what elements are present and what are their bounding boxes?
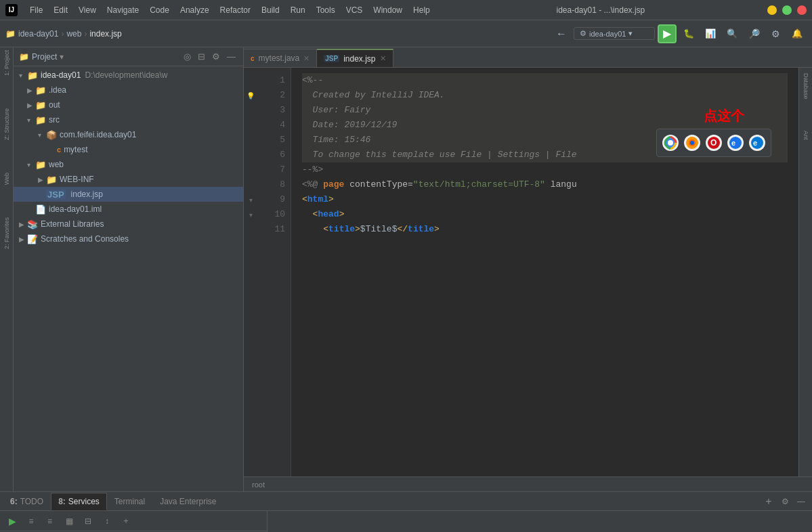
align-left-button[interactable]: ≡ <box>23 513 39 529</box>
code-line-1: <%-- <box>302 73 788 88</box>
breadcrumb-project[interactable]: 📁 <box>5 29 16 39</box>
file-tree: ▾ 📁 idea-day01 D:\development\idea\w ▶ 📁… <box>14 66 243 491</box>
close-button[interactable]: ✕ <box>797 5 807 15</box>
group-button[interactable]: ▦ <box>61 513 77 529</box>
add-config-button[interactable]: + <box>118 513 134 529</box>
left-strip-project[interactable]: 1: Project <box>2 47 12 79</box>
edge-icon[interactable]: e <box>749 135 765 151</box>
toolbar: 📁 idea-day01 › web › index.jsp ← ⚙ idea-… <box>0 20 812 47</box>
tab-index-jsp[interactable]: JSP index.jsp ✕ <box>317 49 393 67</box>
webinf-arrow-icon: ▶ <box>38 176 46 183</box>
menu-view[interactable]: View <box>74 4 100 16</box>
tree-mytest[interactable]: c mytest <box>14 142 243 157</box>
gutter-9[interactable]: ▾ <box>244 192 257 207</box>
right-strip-database[interactable]: Database <box>801 68 811 105</box>
breadcrumb-index-jsp[interactable]: index.jsp <box>89 29 121 39</box>
tab-java-enterprise[interactable]: Java Enterprise <box>152 493 223 510</box>
window-controls: — □ ✕ <box>767 5 807 15</box>
bottom-tabs-bar: 6: TODO 8: Services Terminal Java Enterp… <box>0 492 812 511</box>
menu-file[interactable]: File <box>26 4 47 16</box>
tree-out[interactable]: ▶ 📁 out <box>14 97 243 112</box>
notification-button[interactable]: 🔔 <box>788 24 807 43</box>
tree-idea[interactable]: ▶ 📁 .idea <box>14 83 243 97</box>
menu-vcs[interactable]: VCS <box>342 4 367 16</box>
tab-services[interactable]: 8: Services <box>51 493 107 510</box>
run-config-label: idea-day01 <box>589 30 626 38</box>
menu-code[interactable]: Code <box>146 4 173 16</box>
code-line-8: <%@ page contentType= "text/html;charset… <box>302 177 788 192</box>
project-header: 📁 Project ▾ ◎ ⊟ ⚙ — <box>14 47 243 66</box>
close-index-jsp-tab[interactable]: ✕ <box>380 54 386 63</box>
tree-web-label: web <box>49 160 64 169</box>
webinf-folder-icon: 📁 <box>46 175 57 185</box>
menu-navigate[interactable]: Navigate <box>103 4 143 16</box>
run-config-icon: ⚙ <box>580 29 586 38</box>
run-service-button[interactable]: ▶ <box>4 513 20 529</box>
left-strip-favorites[interactable]: 2: Favorites <box>2 215 12 252</box>
add-service-button[interactable]: + <box>761 493 777 510</box>
tree-web[interactable]: ▾ 📁 web <box>14 157 243 172</box>
java-enterprise-tab-label: Java Enterprise <box>160 497 216 506</box>
tab-mytest-java[interactable]: c mytest.java ✕ <box>244 49 317 67</box>
back-button[interactable]: ← <box>552 24 571 43</box>
tree-src[interactable]: ▾ 📁 src <box>14 112 243 127</box>
menu-analyze[interactable]: Analyze <box>176 4 213 16</box>
collapse-all-button[interactable]: ⊟ <box>196 51 207 62</box>
settings-service-button[interactable]: ⚙ <box>777 493 793 510</box>
project-header-actions: ◎ ⊟ ⚙ — <box>181 51 238 62</box>
root-folder-icon: 📁 <box>27 70 38 81</box>
breadcrumb-web[interactable]: web <box>66 29 81 39</box>
tree-index-jsp[interactable]: JSP index.jsp <box>14 187 243 202</box>
tree-scratches[interactable]: ▶ 📝 Scratches and Consoles <box>14 231 243 246</box>
gutter-10[interactable]: ▾ <box>244 207 257 222</box>
tab-todo[interactable]: 6: TODO <box>3 493 51 510</box>
tab-terminal[interactable]: Terminal <box>107 493 152 510</box>
gutter-2[interactable]: 💡 <box>244 88 257 103</box>
tree-package[interactable]: ▾ 📦 com.feifei.idea.day01 <box>14 127 243 142</box>
tree-iml[interactable]: 📄 idea-day01.iml <box>14 202 243 217</box>
menu-tools[interactable]: Tools <box>312 4 339 16</box>
chrome-icon[interactable] <box>662 135 679 151</box>
left-strip-structure[interactable]: Z: Structure <box>2 106 12 143</box>
gutter: 💡 ▾ ▾ <box>244 68 257 476</box>
menu-help[interactable]: Help <box>409 4 434 16</box>
gutter-5 <box>244 133 257 148</box>
menu-run[interactable]: Run <box>286 4 309 16</box>
menu-edit[interactable]: Edit <box>49 4 72 16</box>
tree-root[interactable]: ▾ 📁 idea-day01 D:\development\idea\w <box>14 68 243 83</box>
tree-webinf[interactable]: ▶ 📁 WEB-INF <box>14 172 243 187</box>
menu-refactor[interactable]: Refactor <box>216 4 255 16</box>
minimize-button[interactable]: — <box>767 5 777 15</box>
search-everywhere-button[interactable]: 🔎 <box>744 24 763 43</box>
maximize-button[interactable]: □ <box>782 5 792 15</box>
run-button[interactable]: ▶ <box>658 24 677 43</box>
menu-window[interactable]: Window <box>369 4 406 16</box>
up-down-button[interactable]: ↕ <box>99 513 115 529</box>
firefox-icon[interactable] <box>684 135 700 151</box>
line-num-1: 1 <box>257 73 285 88</box>
jsp-tab-icon: JSP <box>324 55 339 62</box>
profile-button[interactable]: 🔍 <box>723 24 742 43</box>
close-mytest-tab[interactable]: ✕ <box>303 54 309 63</box>
tree-external-libs[interactable]: ▶ 📚 External Libraries <box>14 217 243 231</box>
right-strip-ant[interactable]: Ant <box>801 125 811 146</box>
hide-panel-button[interactable]: — <box>225 51 238 62</box>
left-strip-web[interactable]: Web <box>2 170 12 187</box>
locate-button[interactable]: ◎ <box>181 51 193 62</box>
project-dropdown-icon[interactable]: ▾ <box>60 52 64 62</box>
opera-icon[interactable]: O <box>706 135 722 151</box>
run-config-dropdown-icon: ▾ <box>628 29 633 38</box>
run-config-selector[interactable]: ⚙ idea-day01 ▾ <box>574 27 655 40</box>
debug-button[interactable]: 🐛 <box>679 24 698 43</box>
filter-button[interactable]: ⊟ <box>80 513 96 529</box>
hide-services-button[interactable]: — <box>793 493 809 510</box>
coverage-button[interactable]: 📊 <box>701 24 720 43</box>
settings-button[interactable]: ⚙ <box>766 24 785 43</box>
align-right-button[interactable]: ≡ <box>42 513 58 529</box>
java-file-icon: c <box>57 146 61 154</box>
breadcrumb-idea-day01[interactable]: idea-day01 <box>18 29 58 39</box>
settings-panel-button[interactable]: ⚙ <box>210 51 222 62</box>
ie-icon[interactable]: e <box>727 135 744 151</box>
line-num-4: 4 <box>257 118 285 133</box>
menu-build[interactable]: Build <box>257 4 284 16</box>
